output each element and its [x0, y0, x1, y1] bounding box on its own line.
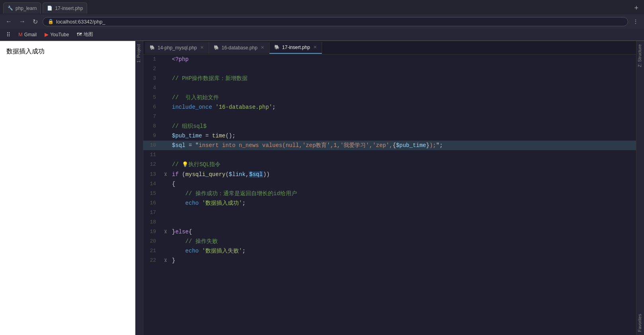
- browser-tab-phplearn-label: php_learn: [16, 6, 37, 11]
- table-row: 20 // 操作失败: [143, 237, 636, 246]
- add-tab-button[interactable]: +: [632, 3, 641, 13]
- line-num-11: 11: [143, 150, 162, 160]
- table-row: 16 echo '数据插入成功';: [143, 198, 636, 208]
- ide-tab-17-label: 17-insert.php: [282, 45, 310, 50]
- page-output-text: 数据插入成功: [6, 47, 129, 56]
- gmail-icon: M: [18, 31, 23, 37]
- table-row: 14 {: [143, 179, 636, 189]
- ide-tab-16[interactable]: 🐘 16-database.php ✕: [209, 42, 269, 54]
- apps-icon: ⠿: [6, 31, 10, 38]
- line-content-13: if (mysqli_query($link,$sql)): [169, 170, 636, 179]
- table-row: 13 ⊻ if (mysqli_query($link,$sql)): [143, 170, 636, 179]
- line-num-13: 13: [143, 170, 162, 179]
- ide-tab-17-icon: 🐘: [274, 45, 280, 50]
- bookmark-bar: ⠿ M Gmail ▶ YouTube 🗺 地图: [0, 29, 644, 41]
- ide-tab-16-icon: 🐘: [214, 45, 219, 50]
- line-num-10: 10: [143, 141, 162, 150]
- ide-tab-14-icon: 🐘: [150, 45, 155, 50]
- line-num-14: 14: [143, 179, 162, 189]
- ide-tab-14[interactable]: 🐘 14-php_mysql.php ✕: [145, 42, 209, 54]
- ide-tab-14-close[interactable]: ✕: [200, 45, 204, 50]
- line-num-4: 4: [143, 83, 162, 93]
- table-row: 4: [143, 83, 636, 93]
- table-row: 18: [143, 217, 636, 227]
- line-num-17: 17: [143, 208, 162, 217]
- table-row: 2: [143, 64, 636, 74]
- ide-tab-17[interactable]: 🐘 17-insert.php ✕: [269, 42, 322, 54]
- line-content-19: }else{: [169, 227, 636, 237]
- line-num-20: 20: [143, 237, 162, 246]
- line-num-21: 21: [143, 246, 162, 256]
- line-content-8: // 组织sql$: [169, 121, 636, 131]
- line-content-10: $sql = "insert into n_news values(null,'…: [169, 141, 636, 150]
- line-num-9: 9: [143, 131, 162, 141]
- line-content-9: $pub_time = time();: [169, 131, 636, 141]
- line-content-22: }: [169, 256, 636, 265]
- back-button[interactable]: ←: [3, 17, 14, 26]
- line-content-21: echo '数据插入失败';: [169, 246, 636, 256]
- bookmark-apps[interactable]: ⠿: [3, 31, 14, 39]
- ide-sidebar-structure[interactable]: Z: Structure Favorites: [636, 41, 644, 335]
- browser-tab-phplearn[interactable]: 🔧 php_learn: [3, 2, 41, 14]
- line-num-7: 7: [143, 112, 162, 121]
- code-editor[interactable]: 1 <?php 2 3 // PHP操作数据库：新增数据: [143, 55, 636, 335]
- line-num-12: 12: [143, 160, 162, 169]
- nav-bar: ← → ↻ 🔒 localhost:63342/php_ ⋮: [0, 14, 644, 29]
- line-num-1: 1: [143, 55, 162, 64]
- ide-tab-14-label: 14-php_mysql.php: [158, 45, 197, 51]
- forward-button[interactable]: →: [17, 17, 28, 26]
- line-content-1: <?php: [169, 55, 636, 64]
- tab-insert-icon: 📄: [47, 6, 53, 11]
- lock-icon: 🔒: [48, 19, 54, 24]
- line-num-22: 22: [143, 256, 162, 265]
- ide-editor-area: 🐘 14-php_mysql.php ✕ 🐘 16-database.php ✕…: [143, 41, 636, 335]
- bookmark-maps-label: 地图: [84, 31, 93, 38]
- ide-sidebar-project[interactable]: 1: Project: [135, 41, 143, 335]
- line-num-2: 2: [143, 64, 162, 74]
- bookmark-gmail[interactable]: M Gmail: [15, 31, 40, 38]
- reload-button[interactable]: ↻: [30, 17, 40, 26]
- table-row: 5 // 引入初始文件: [143, 93, 636, 102]
- line-content-5: // 引入初始文件: [169, 93, 636, 102]
- tab-phplearn-icon: 🔧: [8, 6, 13, 11]
- line-num-15: 15: [143, 189, 162, 198]
- browser-tab-insert-label: 17-insert.php: [55, 6, 83, 11]
- table-row: 10 $sql = "insert into n_news values(nul…: [143, 141, 636, 150]
- bookmark-youtube[interactable]: ▶ YouTube: [41, 31, 72, 38]
- line-content-3: // PHP操作数据库：新增数据: [169, 74, 636, 83]
- maps-icon: 🗺: [77, 31, 82, 37]
- table-row: 21 echo '数据插入失败';: [143, 246, 636, 256]
- favorites-panel-label: Favorites: [636, 311, 644, 335]
- line-content-6: include_once '16-database.php';: [169, 102, 636, 112]
- table-row: 3 // PHP操作数据库：新增数据: [143, 74, 636, 83]
- line-num-8: 8: [143, 121, 162, 131]
- ide-tab-17-close[interactable]: ✕: [313, 45, 317, 50]
- table-row: 6 include_once '16-database.php';: [143, 102, 636, 112]
- structure-panel-label: Z: Structure: [636, 41, 644, 70]
- project-panel-label: 1: Project: [135, 41, 143, 66]
- browser-page: 数据插入成功: [0, 41, 135, 335]
- table-row: 8 // 组织sql$: [143, 121, 636, 131]
- address-bar[interactable]: 🔒 localhost:63342/php_: [43, 17, 628, 26]
- table-row: 1 <?php: [143, 55, 636, 64]
- table-row: 22 ⊻ }: [143, 256, 636, 265]
- table-row: 15 // 操作成功：通常是返回自增长的id给用户: [143, 189, 636, 198]
- ide-tab-16-label: 16-database.php: [222, 45, 258, 51]
- main-content: 数据插入成功 1: Project 🐘 14-php_mysql.php ✕ 🐘…: [0, 41, 644, 335]
- line-num-6: 6: [143, 102, 162, 112]
- line-num-3: 3: [143, 74, 162, 83]
- extensions-button[interactable]: ⋮: [630, 18, 641, 25]
- table-row: 11: [143, 150, 636, 160]
- ide-container: 1: Project 🐘 14-php_mysql.php ✕ 🐘 16-dat…: [135, 41, 644, 335]
- line-content-20: // 操作失败: [169, 237, 636, 246]
- youtube-icon: ▶: [45, 31, 49, 37]
- line-num-5: 5: [143, 93, 162, 102]
- browser-tab-bar: 🔧 php_learn 📄 17-insert.php +: [0, 0, 644, 14]
- line-num-16: 16: [143, 198, 162, 208]
- ide-tab-16-close[interactable]: ✕: [261, 45, 264, 50]
- ide-tabs: 🐘 14-php_mysql.php ✕ 🐘 16-database.php ✕…: [143, 41, 636, 55]
- browser-chrome: 🔧 php_learn 📄 17-insert.php + ← → ↻ 🔒 lo…: [0, 0, 644, 41]
- line-content-16: echo '数据插入成功';: [169, 198, 636, 208]
- bookmark-maps[interactable]: 🗺 地图: [74, 30, 96, 39]
- browser-tab-insert[interactable]: 📄 17-insert.php: [43, 2, 87, 14]
